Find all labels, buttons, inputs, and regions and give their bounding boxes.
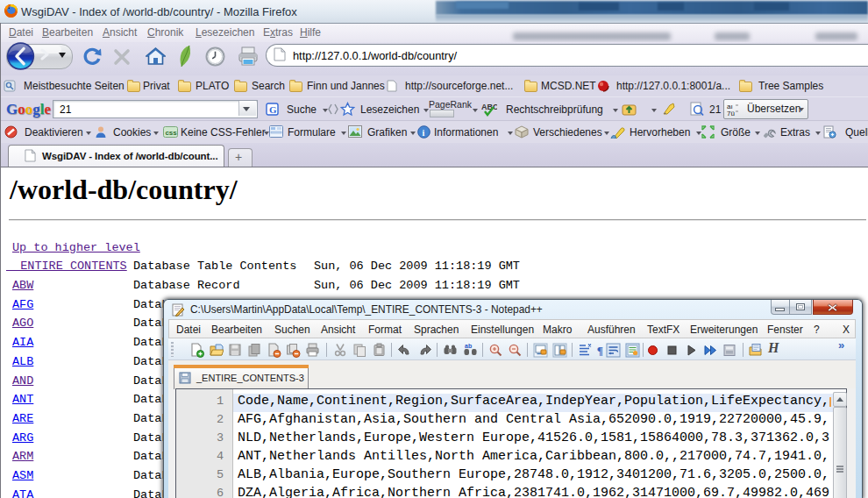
svg-text:¶: ¶ <box>597 344 603 357</box>
svg-text:css: css <box>165 129 177 137</box>
svg-text:i: i <box>423 128 425 138</box>
svg-text:7ü: 7ü <box>727 110 735 117</box>
svg-text:G: G <box>269 104 277 115</box>
svg-text:ABC: ABC <box>481 103 497 111</box>
svg-text:ab: ab <box>465 343 472 349</box>
